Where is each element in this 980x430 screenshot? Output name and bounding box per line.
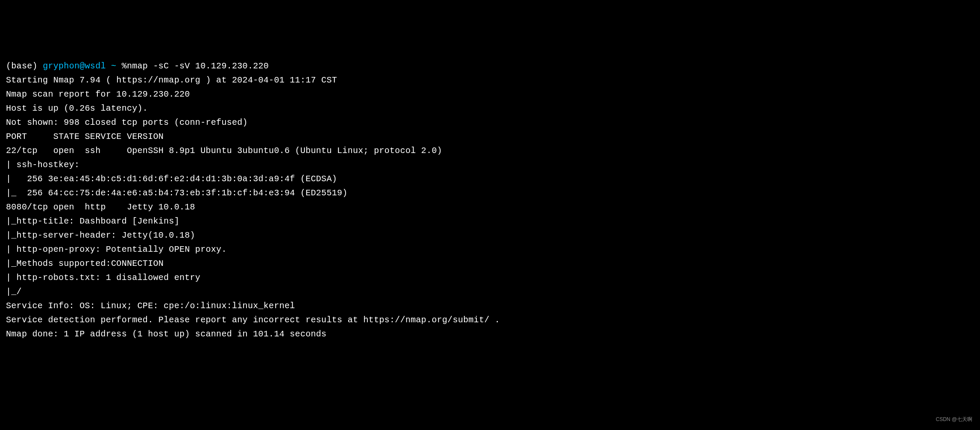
output-line: Host is up (0.26s latency). <box>6 101 974 115</box>
output-line: Nmap scan report for 10.129.230.220 <box>6 87 974 101</box>
output-line: Service detection performed. Please repo… <box>6 313 974 327</box>
output-line: Service Info: OS: Linux; CPE: cpe:/o:lin… <box>6 299 974 313</box>
command-text: %nmap -sC -sV 10.129.230.220 <box>122 61 269 71</box>
output-line: |_ 256 64:cc:75:de:4a:e6:a5:b4:73:eb:3f:… <box>6 186 974 200</box>
output-line: | http-robots.txt: 1 disallowed entry <box>6 271 974 285</box>
output-line: Starting Nmap 7.94 ( https://nmap.org ) … <box>6 73 974 87</box>
prompt-line: (base) gryphon@wsdl ~ %nmap -sC -sV 10.1… <box>6 59 974 73</box>
output-line: | 256 3e:ea:45:4b:c5:d1:6d:6f:e2:d4:d1:3… <box>6 172 974 186</box>
output-line: Nmap done: 1 IP address (1 host up) scan… <box>6 327 974 341</box>
output-line: |_Methods supported:CONNECTION <box>6 256 974 271</box>
output-line: 8080/tcp open http Jetty 10.0.18 <box>6 200 974 214</box>
output-line: | ssh-hostkey: <box>6 158 974 172</box>
output-line: |_http-server-header: Jetty(10.0.18) <box>6 228 974 242</box>
output-line: Not shown: 998 closed tcp ports (conn-re… <box>6 115 974 130</box>
terminal-output[interactable]: (base) gryphon@wsdl ~ %nmap -sC -sV 10.1… <box>6 59 974 341</box>
output-line: |_/ <box>6 285 974 299</box>
output-line: | http-open-proxy: Potentially OPEN prox… <box>6 242 974 256</box>
prompt-tilde: ~ <box>106 61 122 71</box>
output-line: |_http-title: Dashboard [Jenkins] <box>6 214 974 228</box>
prompt-env: (base) <box>6 61 43 71</box>
watermark: CSDN @七天啊 <box>936 415 972 424</box>
prompt-user: gryphon@wsdl <box>43 61 106 71</box>
output-line: PORT STATE SERVICE VERSION <box>6 130 974 144</box>
output-line: 22/tcp open ssh OpenSSH 8.9p1 Ubuntu 3ub… <box>6 144 974 158</box>
